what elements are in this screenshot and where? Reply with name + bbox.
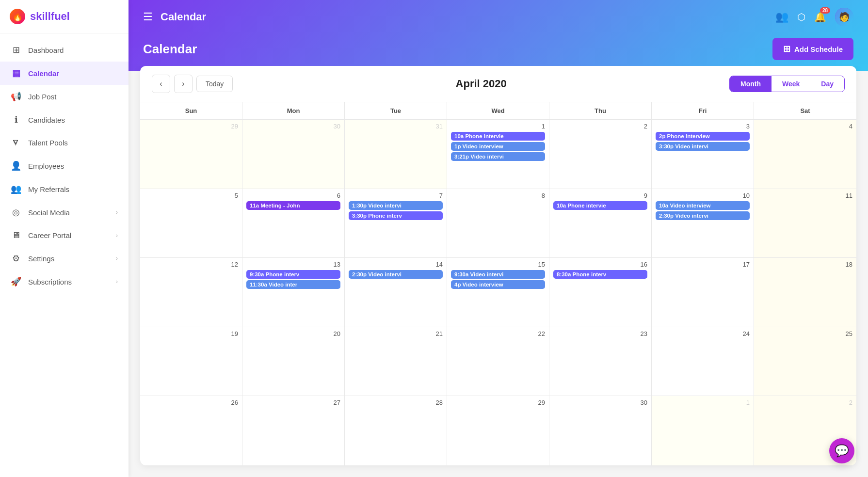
calendar-cell-w3d3[interactable]: 22: [447, 327, 549, 396]
calendar-day-headers: Sun Mon Tue Wed Thu Fri Sat: [140, 102, 856, 120]
month-view-button[interactable]: Month: [730, 76, 772, 92]
day-view-button[interactable]: Day: [810, 76, 844, 92]
sidebar-item-socialmedia[interactable]: ◎ Social Media ›: [0, 201, 129, 224]
calendar-event[interactable]: 10a Phone intervie: [451, 132, 545, 141]
calendar-cell-w1d6[interactable]: 11: [754, 189, 856, 258]
menu-button[interactable]: ☰: [143, 11, 153, 23]
nav-arrow-subscriptions: ›: [116, 278, 118, 285]
calendar-cell-w3d4[interactable]: 23: [549, 327, 652, 396]
calendar-cell-w4d4[interactable]: 30: [549, 396, 652, 465]
calendar-event[interactable]: 3:30p Phone interv: [349, 211, 443, 220]
today-button[interactable]: Today: [196, 76, 233, 92]
add-schedule-button[interactable]: ⊞ Add Schedule: [772, 38, 853, 60]
calendar-cell-w1d1[interactable]: 611a Meeting - John: [242, 189, 345, 258]
nav-label-employees: Employees: [28, 162, 64, 170]
cell-date: 18: [758, 261, 852, 268]
calendar-cell-w4d5[interactable]: 1: [652, 396, 754, 465]
calendar-cell-w2d2[interactable]: 142:30p Video intervi: [345, 258, 447, 327]
calendar-cell-w0d1[interactable]: 30: [242, 120, 345, 189]
sidebar-item-careerportal[interactable]: 🖥 Career Portal ›: [0, 224, 129, 247]
calendar-cell-w0d3[interactable]: 110a Phone intervie1p Video interview3:2…: [447, 120, 549, 189]
calendar-cell-w2d4[interactable]: 168:30a Phone interv: [549, 258, 652, 327]
calendar-event[interactable]: 3:30p Video intervi: [656, 142, 750, 151]
calendar-event[interactable]: 11a Meeting - John: [246, 201, 340, 210]
calendar-cell-w1d3[interactable]: 8: [447, 189, 549, 258]
calendar-cell-w2d3[interactable]: 159:30a Video intervi4p Video interview: [447, 258, 549, 327]
cell-date: 1: [656, 399, 750, 406]
nav-label-subscriptions: Subscriptions: [28, 278, 72, 286]
nav-label-calendar: Calendar: [28, 69, 59, 78]
calendar-event[interactable]: 4p Video interview: [451, 280, 545, 289]
calendar-event[interactable]: 9:30a Phone interv: [246, 270, 340, 279]
header-title: Calendar: [161, 11, 206, 23]
calendar-event[interactable]: 9:30a Video intervi: [451, 270, 545, 279]
nav-label-jobpost: Job Post: [28, 93, 56, 101]
week-view-button[interactable]: Week: [772, 76, 810, 92]
cell-date: 4: [758, 123, 852, 130]
calendar-cell-w3d6[interactable]: 25: [754, 327, 856, 396]
calendar-cell-w3d5[interactable]: 24: [652, 327, 754, 396]
calendar-event[interactable]: 3:21p Video intervi: [451, 152, 545, 161]
notification-icon[interactable]: 🔔 28: [814, 11, 826, 23]
calendar-cell-w0d5[interactable]: 32p Phone interview3:30p Video intervi: [652, 120, 754, 189]
calendar-cell-w3d1[interactable]: 20: [242, 327, 345, 396]
calendar-nav: ‹ › Today: [152, 75, 233, 93]
avatar[interactable]: 🧑: [835, 8, 853, 26]
calendar-cell-w3d0[interactable]: 19: [140, 327, 242, 396]
calendar-cell-w1d2[interactable]: 71:30p Video intervi3:30p Phone interv: [345, 189, 447, 258]
cell-date: 3: [656, 123, 750, 130]
calendar-cell-w2d1[interactable]: 139:30a Phone interv11:30a Video inter: [242, 258, 345, 327]
calendar-cell-w2d6[interactable]: 18: [754, 258, 856, 327]
calendar-event[interactable]: 2p Phone interview: [656, 132, 750, 141]
sidebar-item-employees[interactable]: 👤 Employees: [0, 154, 129, 177]
calendar-event[interactable]: 10a Phone intervie: [553, 201, 647, 210]
calendar-cell-w1d0[interactable]: 5: [140, 189, 242, 258]
calendar-cell-w3d2[interactable]: 21: [345, 327, 447, 396]
nav-arrow-careerportal: ›: [116, 232, 118, 239]
calendar-event[interactable]: 2:30p Video intervi: [349, 270, 443, 279]
calendar-cell-w2d0[interactable]: 12: [140, 258, 242, 327]
sidebar-item-myreferrals[interactable]: 👥 My Referrals: [0, 177, 129, 201]
next-month-button[interactable]: ›: [174, 75, 193, 93]
calendar-event[interactable]: 1p Video interview: [451, 142, 545, 151]
calendar-cell-w0d2[interactable]: 31: [345, 120, 447, 189]
calendar-cell-w0d4[interactable]: 2: [549, 120, 652, 189]
cell-date: 29: [451, 399, 545, 406]
calendar-event[interactable]: 2:30p Video intervi: [656, 211, 750, 220]
cell-date: 5: [144, 192, 238, 199]
calendar-body: 293031110a Phone intervie1p Video interv…: [140, 120, 856, 465]
calendar-event[interactable]: 11:30a Video inter: [246, 280, 340, 289]
calendar-event[interactable]: 1:30p Video intervi: [349, 201, 443, 210]
sidebar-item-dashboard[interactable]: ⊞ Dashboard: [0, 38, 129, 62]
calendar-cell-w0d6[interactable]: 4: [754, 120, 856, 189]
calendar-cell-w4d1[interactable]: 27: [242, 396, 345, 465]
calendar-cell-w4d3[interactable]: 29: [447, 396, 549, 465]
calendar-cell-w4d0[interactable]: 26: [140, 396, 242, 465]
sidebar-item-talentpools[interactable]: ⛛ Talent Pools: [0, 131, 129, 154]
calendar-week-1: 5611a Meeting - John71:30p Video intervi…: [140, 189, 856, 258]
cell-date: 1: [451, 123, 545, 130]
calendar-event[interactable]: 8:30a Phone interv: [553, 270, 647, 279]
calendar-cell-w1d5[interactable]: 1010a Video interview2:30p Video intervi: [652, 189, 754, 258]
sidebar-item-jobpost[interactable]: 📢 Job Post: [0, 85, 129, 108]
calendar-cell-w2d5[interactable]: 17: [652, 258, 754, 327]
add-schedule-icon: ⊞: [783, 44, 790, 54]
calendar-event[interactable]: 10a Video interview: [656, 201, 750, 210]
external-link-icon[interactable]: ⬡: [797, 11, 805, 23]
cell-date: 11: [758, 192, 852, 199]
sidebar-item-calendar[interactable]: ▦ Calendar: [0, 62, 129, 85]
sidebar-item-candidates[interactable]: ℹ Candidates: [0, 108, 129, 131]
sidebar-item-subscriptions[interactable]: 🚀 Subscriptions ›: [0, 270, 129, 293]
calendar-week-0: 293031110a Phone intervie1p Video interv…: [140, 120, 856, 189]
chat-button[interactable]: 💬: [829, 438, 854, 463]
prev-month-button[interactable]: ‹: [152, 75, 170, 93]
users-icon[interactable]: 👥: [775, 11, 788, 23]
cell-date: 14: [349, 261, 443, 268]
calendar-cell-w4d2[interactable]: 28: [345, 396, 447, 465]
sidebar-item-settings[interactable]: ⚙ Settings ›: [0, 247, 129, 270]
sidebar: 🔥 skillfuel ⊞ Dashboard ▦ Calendar 📢 Job…: [0, 0, 129, 477]
calendar-cell-w1d4[interactable]: 910a Phone intervie: [549, 189, 652, 258]
day-header-sun: Sun: [140, 102, 242, 119]
cell-date: 15: [451, 261, 545, 268]
calendar-cell-w0d0[interactable]: 29: [140, 120, 242, 189]
